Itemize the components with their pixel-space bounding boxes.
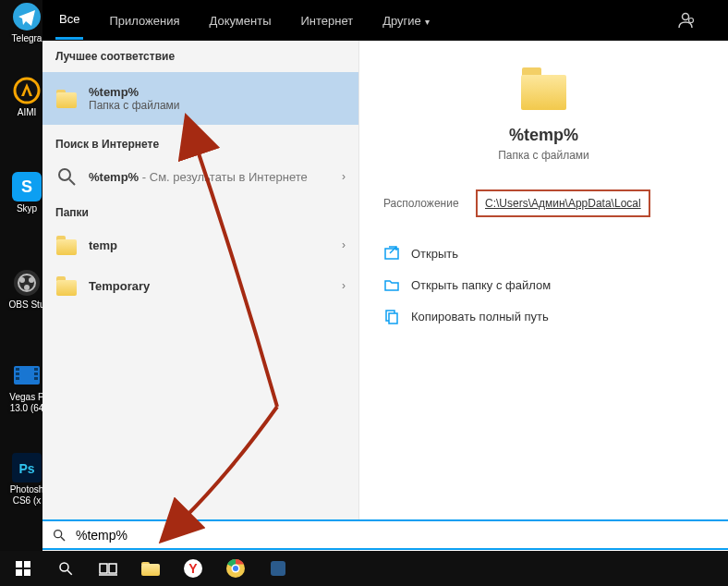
folder-icon [55, 88, 78, 110]
svg-point-20 [59, 169, 70, 180]
chevron-right-icon: › [342, 238, 346, 251]
location-label: Расположение [383, 197, 476, 210]
svg-text:Y: Y [188, 561, 198, 576]
taskbar-search-button[interactable] [44, 551, 87, 586]
action-label: Открыть папку с файлом [411, 278, 551, 292]
folder-icon [55, 275, 78, 297]
preview-pane: %temp% Папка с файлами Расположение C:\U… [358, 41, 728, 551]
action-label: Копировать полный путь [411, 310, 549, 324]
section-folders: Папки [42, 197, 358, 225]
svg-rect-27 [16, 561, 22, 568]
svg-rect-11 [16, 372, 19, 375]
action-open-container[interactable]: Открыть папку с файлом [359, 269, 728, 300]
svg-line-21 [69, 179, 75, 185]
folder-icon [519, 63, 569, 113]
section-web-search: Поиск в Интернете [42, 128, 358, 156]
preview-subtitle: Папка с файлами [359, 149, 728, 162]
account-icon[interactable] [676, 11, 695, 30]
result-web-suffix: - См. результаты в Интернете [139, 170, 308, 184]
svg-rect-14 [34, 372, 38, 375]
taskbar-explorer[interactable] [129, 551, 172, 586]
location-link[interactable]: C:\Users\Админ\AppData\Local [476, 189, 650, 217]
result-folder-temporary[interactable]: Temporary › [42, 265, 358, 306]
tab-other-label: Другие [382, 14, 421, 28]
svg-point-19 [689, 18, 694, 23]
results-list: Лучшее соответствие %temp% Папка с файла… [42, 41, 358, 551]
svg-line-32 [67, 570, 72, 575]
svg-line-26 [61, 537, 65, 541]
chevron-right-icon: › [342, 279, 346, 292]
search-input[interactable] [76, 528, 719, 543]
taskbar-yandex[interactable]: Y [172, 551, 214, 586]
svg-point-6 [19, 277, 25, 283]
result-title: Temporary [89, 279, 150, 293]
svg-rect-12 [16, 377, 19, 380]
svg-rect-24 [389, 313, 397, 324]
folder-open-icon [383, 276, 400, 293]
folder-icon [55, 234, 78, 256]
taskbar-app[interactable] [257, 551, 299, 586]
svg-rect-41 [271, 561, 285, 576]
action-copy-path[interactable]: Копировать полный путь [359, 300, 728, 332]
tab-web[interactable]: Интернет [297, 3, 357, 39]
svg-rect-34 [109, 564, 116, 573]
svg-rect-10 [16, 368, 19, 371]
preview-title: %temp% [359, 126, 728, 145]
searchbar [42, 519, 728, 550]
result-folder-temp[interactable]: temp › [42, 225, 358, 265]
tab-docs[interactable]: Документы [205, 3, 274, 39]
svg-point-31 [60, 563, 68, 571]
result-web-query: %temp% [89, 170, 139, 184]
search-icon [52, 528, 67, 543]
svg-rect-33 [100, 564, 107, 573]
result-title: %temp% [89, 85, 180, 99]
taskbar-chrome[interactable] [214, 551, 257, 586]
svg-point-18 [683, 14, 689, 20]
action-open[interactable]: Открыть [359, 238, 728, 269]
chevron-right-icon: › [342, 170, 346, 183]
tab-apps[interactable]: Приложения [105, 3, 183, 39]
svg-rect-28 [24, 561, 30, 568]
result-web[interactable]: %temp% - См. результаты в Интернете › [42, 156, 358, 197]
svg-point-1 [15, 79, 39, 103]
svg-point-8 [24, 285, 30, 290]
search-icon [55, 165, 78, 188]
taskbar: Y [0, 551, 728, 586]
svg-point-40 [233, 566, 238, 571]
action-label: Открыть [411, 247, 458, 261]
result-best-match[interactable]: %temp% Папка с файлами [42, 72, 358, 125]
tab-all[interactable]: Все [55, 1, 83, 40]
start-search-panel: Все Приложения Документы Интернет Другие… [42, 0, 728, 551]
svg-rect-29 [16, 569, 22, 576]
open-icon [383, 245, 400, 262]
search-tabs: Все Приложения Документы Интернет Другие… [42, 0, 728, 41]
copy-icon [383, 308, 400, 324]
result-subtitle: Папка с файлами [89, 99, 180, 112]
section-best-match: Лучшее соответствие [42, 41, 358, 68]
svg-rect-30 [24, 569, 30, 576]
result-title: temp [89, 238, 117, 252]
chevron-down-icon: ▾ [425, 17, 430, 27]
task-view-button[interactable] [87, 551, 129, 586]
start-button[interactable] [2, 551, 44, 586]
svg-rect-15 [34, 377, 38, 380]
svg-rect-13 [34, 368, 38, 371]
tab-other[interactable]: Другие▾ [379, 3, 433, 39]
svg-text:Ps: Ps [18, 461, 34, 476]
svg-text:S: S [21, 177, 32, 196]
svg-point-7 [29, 277, 34, 283]
svg-point-25 [55, 530, 62, 537]
